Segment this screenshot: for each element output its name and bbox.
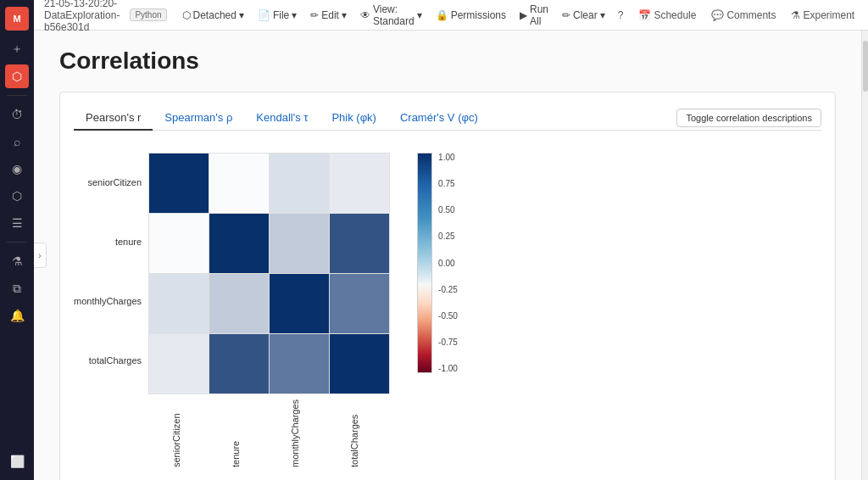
heatmap-cell-3-1	[209, 334, 269, 393]
sidebar-divider-1	[7, 95, 27, 96]
heatmap-cell-1-0	[149, 214, 209, 273]
right-scrollbar[interactable]	[861, 31, 868, 480]
play-icon: ▶	[520, 9, 527, 21]
legend-label-6: -0.50	[436, 311, 458, 321]
notebook-cell: Pearson's r Spearman's ρ Kendall's τ Phi…	[59, 92, 836, 480]
clear-btn[interactable]: ✏ Clear ▾	[557, 8, 610, 23]
detached-icon: ⬡	[182, 9, 191, 21]
comments-btn[interactable]: 💬 Comments	[707, 8, 780, 23]
row-label-2: monthlyCharges	[74, 271, 142, 331]
sidebar-icon-list[interactable]: ☰	[5, 211, 29, 235]
legend-label-7: -0.75	[436, 338, 458, 347]
notebook-title: 21-05-13-20:20-DataExploration-b56e301d	[44, 0, 120, 33]
edit-chevron: ▾	[342, 9, 347, 21]
clear-chevron: ▾	[600, 9, 605, 21]
legend-label-3: 0.25	[436, 232, 458, 241]
eraser-icon: ✏	[562, 9, 570, 21]
color-legend: 1.000.750.500.250.00-0.25-0.50-0.75-1.00	[417, 153, 458, 373]
legend-label-2: 0.50	[436, 205, 458, 215]
tab-phik[interactable]: Phik (φk)	[320, 106, 388, 131]
legend-label-4: 0.00	[436, 259, 458, 268]
view-icon: 👁	[360, 9, 370, 21]
top-toolbar: 21-05-13-20:20-DataExploration-b56e301d …	[34, 0, 868, 31]
file-chevron: ▾	[292, 9, 297, 21]
content-area: Correlations Pearson's r Spearman's ρ Ke…	[34, 31, 861, 480]
heatmap-area: seniorCitizen tenure monthlyCharges tota…	[74, 153, 390, 467]
heatmap-cell-0-3	[330, 153, 389, 213]
main-area: 21-05-13-20:20-DataExploration-b56e301d …	[34, 0, 868, 480]
heatmap-cell-1-1	[209, 214, 269, 273]
row-labels: seniorCitizen tenure monthlyCharges tota…	[74, 153, 142, 390]
heatmap-cell-3-0	[149, 334, 209, 393]
lock-icon: 🔒	[436, 9, 448, 21]
sidebar: M ＋ ⬡ ⏱ ⌕ ◉ ⬡ ☰ ⚗ ⧉ 🔔 ⬜	[0, 0, 34, 480]
tab-kendalls[interactable]: Kendall's τ	[244, 106, 320, 131]
heatmap-cell-0-0	[149, 153, 209, 213]
heatmap-container: seniorCitizen tenure monthlyCharges tota…	[74, 144, 821, 476]
scrollbar-thumb[interactable]	[863, 41, 868, 92]
legend-label-0: 1.00	[436, 153, 458, 162]
heatmap-grid-wrapper: seniorCitizen tenure monthlyCharges tota…	[74, 153, 390, 467]
detached-btn[interactable]: ⬡ Detached ▾	[177, 8, 249, 23]
comment-icon: 💬	[711, 9, 724, 21]
run-all-btn[interactable]: ▶ Run All	[515, 2, 554, 29]
file-btn[interactable]: 📄 File ▾	[253, 8, 302, 23]
row-label-0: seniorCitizen	[74, 153, 142, 212]
heatmap-cell-2-1	[209, 274, 269, 333]
col-label-3: totalCharges	[326, 399, 386, 467]
col-label-2: monthlyCharges	[267, 399, 326, 467]
col-labels: seniorCitizentenuremonthlyChargestotalCh…	[148, 399, 390, 467]
heatmap-cell-3-3	[330, 334, 389, 393]
heatmap-cell-3-2	[270, 334, 329, 393]
flask-icon: ⚗	[791, 9, 800, 21]
sidebar-icon-bell[interactable]: 🔔	[5, 304, 29, 327]
heatmap-grid: seniorCitizentenuremonthlyChargestotalCh…	[148, 153, 390, 467]
sidebar-divider-2	[7, 242, 27, 243]
sidebar-icon-layers[interactable]: ⧉	[5, 276, 29, 300]
permissions-btn[interactable]: 🔒 Permissions	[431, 8, 511, 23]
heatmap-cell-0-1	[209, 153, 269, 213]
legend-label-5: -0.25	[436, 285, 458, 294]
col-label-0: seniorCitizen	[148, 399, 208, 467]
detached-chevron: ▾	[239, 9, 244, 21]
heatmap-cell-0-2	[270, 153, 329, 213]
view-chevron: ▾	[417, 9, 422, 21]
heatmap-cell-2-2	[270, 274, 329, 333]
experiment-btn[interactable]: ⚗ Experiment	[787, 8, 859, 23]
schedule-icon: 📅	[638, 9, 651, 21]
collapse-arrow[interactable]: ›	[34, 243, 47, 268]
sidebar-icon-add[interactable]: ＋	[5, 37, 29, 61]
view-btn[interactable]: 👁 View: Standard ▾	[355, 2, 427, 29]
sidebar-icon-layout[interactable]: ⬜	[5, 449, 29, 473]
legend-gradient	[417, 153, 432, 373]
legend-label-1: 0.75	[436, 179, 458, 188]
help-btn[interactable]: ?	[614, 8, 628, 23]
sidebar-icon-nodes[interactable]: ⬡	[5, 184, 29, 208]
toolbar-right: ? 📅 Schedule 💬 Comments ⚗ Experiment ↺ R…	[614, 2, 868, 29]
heatmap-cell-1-3	[330, 214, 389, 273]
tab-cramerv[interactable]: Cramér's V (φc)	[388, 106, 490, 131]
page-title: Correlations	[59, 47, 836, 75]
legend-labels: 1.000.750.500.250.00-0.25-0.50-0.75-1.00	[436, 153, 458, 373]
language-badge: Python	[130, 8, 166, 21]
sidebar-icon-search[interactable]: ⌕	[5, 130, 29, 153]
legend-label-8: -1.00	[436, 364, 458, 373]
heatmap-cell-2-3	[330, 274, 389, 333]
row-label-1: tenure	[74, 212, 142, 271]
correlation-tabs: Pearson's r Spearman's ρ Kendall's τ Phi…	[74, 106, 821, 131]
sidebar-logo[interactable]: M	[5, 7, 29, 31]
row-label-3: totalCharges	[74, 331, 142, 390]
file-icon: 📄	[258, 9, 270, 21]
col-label-1: tenure	[208, 399, 267, 467]
heatmap-cell-2-0	[149, 274, 209, 333]
schedule-btn[interactable]: 📅 Schedule	[634, 8, 700, 23]
edit-btn[interactable]: ✏ Edit ▾	[305, 8, 352, 23]
sidebar-icon-history[interactable]: ⏱	[5, 103, 29, 126]
sidebar-icon-active[interactable]: ⬡	[5, 64, 29, 88]
sidebar-icon-graph[interactable]: ◉	[5, 157, 29, 181]
sidebar-icon-flask[interactable]: ⚗	[5, 249, 29, 273]
tab-pearsons[interactable]: Pearson's r	[74, 106, 153, 131]
tab-spearmans[interactable]: Spearman's ρ	[153, 106, 244, 131]
toggle-descriptions-btn[interactable]: Toggle correlation descriptions	[676, 109, 821, 127]
edit-icon: ✏	[310, 9, 319, 21]
